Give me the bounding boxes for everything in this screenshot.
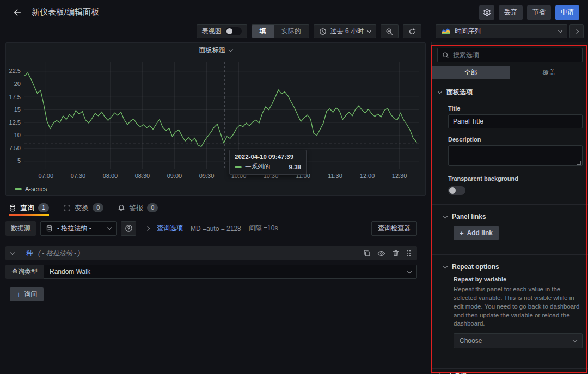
viz-type-select[interactable]: 时间序列 — [436, 24, 567, 38]
repeat-description: Repeat this panel for each value in the … — [454, 285, 583, 328]
section-repeat-options[interactable]: Repeat options — [437, 255, 583, 274]
transparent-bg-toggle[interactable] — [448, 186, 465, 195]
tab-overrides[interactable]: 覆盖 — [510, 66, 588, 79]
legend-item-a-series[interactable]: A-series — [15, 186, 47, 192]
tab-alert[interactable]: 警报 0 — [118, 200, 158, 216]
section-label: 工具提示 — [448, 371, 474, 374]
description-field — [448, 145, 583, 168]
repeat-variable-label: Repeat by variable — [454, 276, 583, 283]
chevron-right-icon[interactable] — [145, 226, 150, 230]
title-field-label: Title — [448, 105, 583, 112]
query-toolbar: 数据源 - 格拉法纳 - 查询选项 MD =auto = 2128 间隔 =10… — [5, 221, 417, 236]
options-sidebar: 全部 覆盖 面板选项 Title Description Transparent… — [431, 42, 588, 374]
tab-label: 变换 — [75, 203, 89, 213]
options-search-input[interactable] — [453, 51, 578, 59]
trash-icon[interactable] — [392, 249, 400, 257]
back-button[interactable] — [9, 5, 24, 20]
fill-option[interactable]: 填 — [252, 25, 274, 38]
section-panel-options[interactable]: 面板选项 — [437, 79, 583, 100]
tooltip-series-name: 一系列的 — [245, 163, 270, 171]
tab-count-badge: 0 — [147, 203, 158, 212]
query-options-md: MD =auto = 2128 — [191, 225, 241, 232]
svg-text:11:30: 11:30 — [328, 173, 342, 179]
tab-transform[interactable]: 变换 0 — [63, 200, 103, 216]
chevron-down-icon — [443, 263, 448, 268]
panel-title-input[interactable] — [448, 114, 583, 128]
tab-query[interactable]: 查询 1 — [9, 200, 49, 216]
panel-preview: 面板标题 22.52017.51512.5107.50507:0007:3008… — [5, 42, 426, 196]
query-row: 一种 ( - 格拉法纳 - ) 查询类型 Random Walk — [5, 246, 417, 279]
options-search[interactable] — [437, 48, 583, 62]
editor-tabs: 查询 1 变换 0 警报 0 — [0, 200, 430, 216]
panel-description-textarea[interactable] — [448, 145, 583, 166]
panel-options-body: Title Description Transparent background — [437, 105, 583, 197]
options-tabs: 全部 覆盖 — [432, 66, 588, 79]
gear-icon — [483, 8, 491, 16]
svg-text:12:30: 12:30 — [392, 173, 407, 179]
section-tooltip[interactable]: 工具提示 — [432, 368, 588, 374]
svg-text:7.50: 7.50 — [9, 145, 21, 151]
bell-icon — [118, 204, 125, 212]
choose-placeholder: Choose — [460, 337, 482, 345]
collapsed-sections: 工具提示 传奇 图表样式 轴 标准选项 — [432, 368, 588, 374]
chevron-down-icon — [367, 28, 371, 33]
timeseries-chart[interactable]: 22.52017.51512.5107.50507:0007:3008:0008… — [6, 57, 425, 183]
datasource-help-button[interactable] — [121, 221, 136, 236]
table-view-toggle[interactable] — [225, 27, 242, 35]
chevron-right-icon — [574, 29, 579, 33]
section-panel-links[interactable]: Panel links — [437, 205, 583, 224]
plus-icon: + — [460, 229, 464, 237]
query-row-header[interactable]: 一种 ( - 格拉法纳 - ) — [5, 246, 417, 260]
database-icon — [9, 204, 16, 212]
drag-handle-icon[interactable] — [406, 249, 412, 257]
zoom-out-icon — [385, 28, 393, 35]
table-view-control: 表视图 — [197, 24, 247, 38]
fill-actual-switch: 填 实际的 — [252, 24, 309, 38]
add-query-button[interactable]: + 询问 — [10, 287, 44, 301]
tooltip-series-row: 一系列的 9.38 — [235, 163, 301, 171]
tab-all-options[interactable]: 全部 — [432, 66, 510, 79]
tab-label: 警报 — [129, 203, 143, 213]
section-label: Repeat options — [452, 263, 499, 271]
chevron-down-icon — [407, 268, 412, 273]
svg-text:08:00: 08:00 — [103, 173, 118, 179]
legend-color-swatch — [15, 188, 22, 190]
query-type-select[interactable]: Random Walk — [44, 265, 417, 279]
query-options-interval: 间隔 =10s — [249, 224, 278, 233]
chevron-down-icon — [10, 250, 15, 254]
svg-text:07:00: 07:00 — [39, 173, 54, 179]
eye-icon[interactable] — [377, 249, 385, 257]
refresh-button[interactable] — [403, 24, 421, 38]
add-link-label: Add link — [467, 229, 493, 237]
save-button[interactable]: 节省 — [527, 5, 551, 20]
time-range-picker[interactable]: 过去 6 小时 — [314, 24, 376, 38]
discard-button[interactable]: 丢弃 — [499, 5, 523, 20]
datasource-select[interactable]: - 格拉法纳 - — [40, 221, 117, 236]
query-refid[interactable]: 一种 — [20, 249, 33, 258]
page-title: 新仪表板/编辑面板 — [32, 7, 99, 17]
query-options-link[interactable]: 查询选项 — [157, 224, 183, 233]
resize-handle[interactable] — [577, 161, 581, 165]
repeat-options-body: Repeat by variable Repeat this panel for… — [437, 276, 583, 348]
clock-icon — [319, 28, 327, 35]
query-inspector-button[interactable]: 查询检查器 — [371, 221, 417, 236]
add-link-button[interactable]: + Add link — [454, 226, 499, 240]
collapse-options-button[interactable] — [569, 24, 584, 38]
svg-text:22.5: 22.5 — [9, 68, 21, 74]
database-icon — [46, 225, 53, 232]
question-circle-icon — [125, 224, 133, 232]
panel-settings-button[interactable] — [479, 5, 494, 20]
svg-text:17.5: 17.5 — [9, 94, 21, 100]
repeat-variable-select[interactable]: Choose — [454, 333, 583, 348]
actual-option[interactable]: 实际的 — [274, 25, 309, 38]
apply-button[interactable]: 申请 — [555, 5, 579, 20]
svg-text:10: 10 — [14, 132, 21, 138]
zoom-out-button[interactable] — [381, 24, 399, 38]
duplicate-query-icon[interactable] — [363, 249, 371, 257]
chevron-down-icon — [228, 47, 232, 51]
transform-icon — [63, 204, 71, 212]
svg-text:15: 15 — [14, 106, 21, 113]
panel-title-menu[interactable]: 面板标题 — [6, 43, 425, 57]
timeseries-viz-icon — [441, 28, 450, 35]
tab-count-badge: 1 — [38, 203, 49, 212]
